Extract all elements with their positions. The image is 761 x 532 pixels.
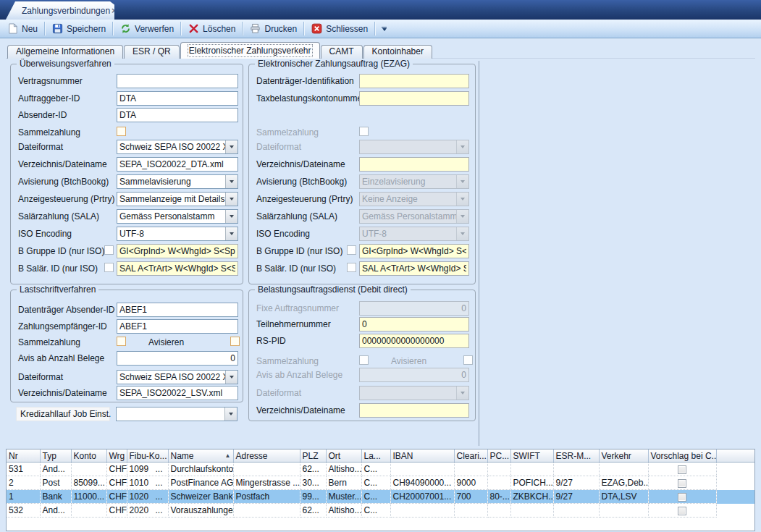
cell[interactable]: 62... (300, 463, 326, 476)
column-header-esr[interactable]: ESR-M... (553, 449, 599, 463)
cell[interactable]: Altisho... (326, 463, 361, 476)
cell[interactable]: DTA,LSV (599, 490, 648, 504)
cell[interactable]: 11000... (71, 490, 106, 504)
salaerzahlung-combo[interactable]: Gemäss Personalstamm (117, 209, 238, 224)
verzeichnis-input[interactable] (117, 386, 238, 400)
cell[interactable]: CH20007001... (390, 490, 454, 504)
column-header-fibu-konto[interactable]: Fibu-Ko... (127, 449, 168, 463)
zahlungsempfaenger-id-input[interactable] (117, 319, 238, 334)
b-gruppe-checkbox[interactable] (347, 245, 356, 255)
cell[interactable]: Bank (40, 490, 71, 504)
delete-button[interactable]: Löschen (183, 22, 240, 35)
cell[interactable]: 1 (7, 490, 40, 504)
cell[interactable]: CHF (106, 490, 127, 504)
taxbelastungskontonummer-input[interactable] (359, 91, 469, 106)
column-header-verkehr[interactable]: Verkehr (599, 449, 648, 463)
toolbar-overflow-button[interactable] (379, 25, 390, 33)
auftraggeber-id-input[interactable] (117, 91, 238, 106)
vertragsnummer-input[interactable] (117, 74, 238, 88)
document-tab[interactable]: Zahlungsverbindungen × (6, 1, 114, 20)
new-button[interactable]: Neu (2, 22, 43, 35)
save-button[interactable]: Speichern (47, 22, 111, 35)
cell[interactable]: PostFinance AG (168, 476, 233, 490)
teilnehmernummer-input[interactable] (359, 317, 469, 332)
verzeichnis-input[interactable] (117, 157, 238, 172)
cell[interactable]: Post (40, 476, 71, 490)
cell[interactable]: 99... (300, 490, 326, 504)
b-salaer-checkbox[interactable] (104, 263, 114, 272)
cell[interactable]: Bern (326, 476, 361, 490)
vorschlag-checkbox[interactable] (678, 465, 686, 474)
cell[interactable]: Muster... (326, 490, 361, 504)
cell[interactable] (599, 463, 648, 476)
b-gruppe-input[interactable] (117, 244, 238, 258)
avisierung-combo[interactable]: Sammelavisierung (117, 174, 238, 189)
chevron-down-icon[interactable] (225, 227, 237, 240)
column-header-swift[interactable]: SWIFT (510, 449, 553, 463)
vorschlag-checkbox[interactable] (678, 493, 686, 502)
cell[interactable] (487, 463, 510, 476)
b-salaer-checkbox[interactable] (347, 263, 356, 272)
cell[interactable]: CH94090000... (390, 476, 454, 490)
cell[interactable]: 30... (300, 476, 326, 490)
cell[interactable]: 1010... (127, 476, 168, 490)
cell[interactable]: CHF (106, 476, 127, 490)
cell[interactable]: 9/27 (553, 490, 599, 504)
avisieren-checkbox[interactable] (230, 337, 240, 346)
datentraeger-absender-id-input[interactable] (117, 303, 238, 317)
column-header-pc[interactable]: PC... (487, 449, 510, 463)
cell[interactable]: 700 (454, 490, 487, 504)
dateiformat-combo[interactable]: Schweiz SEPA ISO 20022 XM (117, 140, 238, 154)
b-salaer-input[interactable] (359, 261, 469, 276)
cell[interactable] (233, 504, 300, 518)
cell[interactable]: 2020... (127, 504, 168, 518)
cell[interactable] (487, 504, 510, 518)
cell[interactable]: 80-... (487, 490, 510, 504)
grid-row-532[interactable]: 532 And... CHF 2020... Vorauszahlungen 6… (7, 504, 754, 518)
vorschlag-checkbox[interactable] (678, 479, 686, 488)
cell[interactable] (487, 476, 510, 490)
close-icon[interactable]: × (110, 6, 118, 16)
cell[interactable]: C... (361, 504, 390, 518)
cell[interactable]: Vorauszahlungen (168, 504, 233, 518)
column-header-land[interactable]: La... (361, 449, 390, 463)
cell[interactable]: 532 (7, 504, 40, 518)
cell[interactable]: EZAG,Deb... (599, 476, 648, 490)
column-header-wrg[interactable]: Wrg (106, 449, 127, 463)
cell[interactable] (454, 463, 487, 476)
tab-esr-qr[interactable]: ESR / QR (124, 45, 180, 59)
cell[interactable] (233, 463, 300, 476)
cell[interactable]: Altisho... (326, 504, 361, 518)
tab-camt[interactable]: CAMT (321, 45, 363, 59)
cell[interactable] (510, 504, 553, 518)
cell[interactable]: And... (40, 504, 71, 518)
verzeichnis-input[interactable] (359, 157, 469, 172)
cell[interactable] (71, 463, 106, 476)
tab-elektronischer-zahlungsverkehr[interactable]: Elektronischer Zahlungsverkehr (180, 42, 320, 59)
verzeichnis-input[interactable] (359, 403, 469, 418)
rs-pid-input[interactable] (359, 334, 469, 348)
chevron-down-icon[interactable] (225, 175, 237, 188)
cell[interactable]: 85099... (71, 476, 106, 490)
column-header-plz[interactable]: PLZ (300, 449, 326, 463)
cell[interactable] (71, 504, 106, 518)
column-header-typ[interactable]: Typ (40, 449, 71, 463)
grid-row-1-selected[interactable]: 1 Bank 11000... CHF 1020... Schweizer Ba… (7, 490, 754, 504)
cell[interactable]: Durchlaufskonto (168, 463, 233, 476)
cell[interactable]: 9000 (454, 476, 487, 490)
cell[interactable]: 1020... (127, 490, 168, 504)
iso-encoding-combo[interactable]: UTF-8 (117, 227, 238, 241)
cell[interactable]: 2 (7, 476, 40, 490)
cell[interactable]: 531 (7, 463, 40, 476)
cell[interactable]: Mingerstrasse ... (233, 476, 300, 490)
chevron-down-icon[interactable] (225, 140, 237, 153)
cell[interactable]: Postfach (233, 490, 300, 504)
cell[interactable]: 1099... (127, 463, 168, 476)
cell[interactable]: CHF (106, 463, 127, 476)
chevron-down-icon[interactable] (225, 210, 237, 223)
dateiformat-combo[interactable]: Schweiz SEPA ISO 20022 XM (117, 370, 238, 384)
cell[interactable] (648, 463, 716, 476)
column-header-adresse[interactable]: Adresse (233, 449, 300, 463)
column-header-vorschlag[interactable]: Vorschlag bei C... (648, 449, 716, 463)
chevron-down-icon[interactable] (224, 408, 237, 421)
